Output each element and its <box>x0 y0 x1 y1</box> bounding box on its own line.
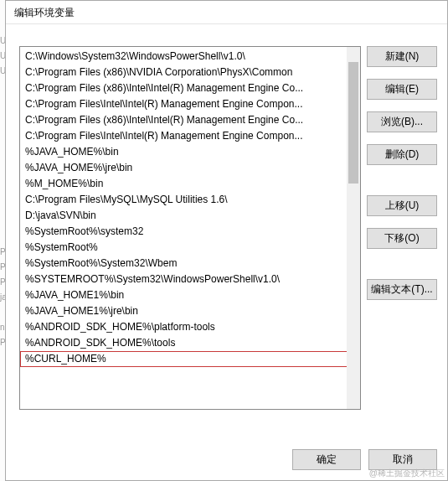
list-item[interactable]: %CURL_HOME% <box>20 351 360 367</box>
side-button-column: 新建(N) 编辑(E) 浏览(B)... 删除(D) 上移(U) 下移(O) 编… <box>367 46 437 307</box>
list-item[interactable]: C:\Program Files (x86)\NVIDIA Corporatio… <box>20 65 360 80</box>
list-item[interactable]: %M_HOME%\bin <box>20 176 360 192</box>
move-up-button[interactable]: 上移(U) <box>367 195 437 216</box>
list-item[interactable]: C:\Program Files (x86)\Intel\Intel(R) Ma… <box>20 80 360 96</box>
list-item[interactable]: %ANDROID_SDK_HOME%\platform-tools <box>20 319 360 335</box>
edit-text-button[interactable]: 编辑文本(T)... <box>367 279 437 300</box>
scrollbar-vertical[interactable] <box>347 47 360 409</box>
edit-button[interactable]: 编辑(E) <box>367 79 437 100</box>
list-item[interactable]: %JAVA_HOME1%\jre\bin <box>20 303 360 319</box>
watermark-text: @稀土掘金技术社区 <box>369 468 445 479</box>
list-item[interactable]: %SystemRoot% <box>20 240 360 256</box>
edit-env-var-dialog: 编辑环境变量 C:\Windows\System32\WindowsPowerS… <box>5 0 448 481</box>
list-item[interactable]: D:\java\SVN\bin <box>20 208 360 224</box>
list-item[interactable]: %JAVA_HOME%\bin <box>20 144 360 160</box>
path-listbox[interactable]: C:\Windows\System32\WindowsPowerShell\v1… <box>19 46 361 410</box>
move-down-button[interactable]: 下移(O) <box>367 228 437 249</box>
list-item[interactable]: %JAVA_HOME1%\bin <box>20 287 360 303</box>
list-item[interactable]: %SystemRoot%\system32 <box>20 224 360 240</box>
list-item[interactable]: %SystemRoot%\System32\Wbem <box>20 256 360 272</box>
list-item[interactable]: C:\Windows\System32\WindowsPowerShell\v1… <box>20 49 360 65</box>
dialog-title: 编辑环境变量 <box>6 1 447 24</box>
list-item[interactable]: C:\Program Files\Intel\Intel(R) Manageme… <box>20 128 360 144</box>
list-item[interactable]: %JAVA_HOME%\jre\bin <box>20 160 360 176</box>
dialog-content: C:\Windows\System32\WindowsPowerShell\v1… <box>6 24 447 480</box>
delete-button[interactable]: 删除(D) <box>367 144 437 165</box>
list-item[interactable]: C:\Program Files\MySQL\MySQL Utilities 1… <box>20 192 360 208</box>
browse-button[interactable]: 浏览(B)... <box>367 111 437 132</box>
scrollbar-thumb[interactable] <box>348 62 358 184</box>
ok-button[interactable]: 确定 <box>292 449 361 470</box>
new-button[interactable]: 新建(N) <box>367 46 437 67</box>
list-item[interactable]: C:\Program Files (x86)\Intel\Intel(R) Ma… <box>20 112 360 128</box>
list-item[interactable]: %ANDROID_SDK_HOME%\tools <box>20 335 360 351</box>
list-item[interactable]: C:\Program Files\Intel\Intel(R) Manageme… <box>20 96 360 112</box>
list-item[interactable]: %SYSTEMROOT%\System32\WindowsPowerShell\… <box>20 272 360 287</box>
